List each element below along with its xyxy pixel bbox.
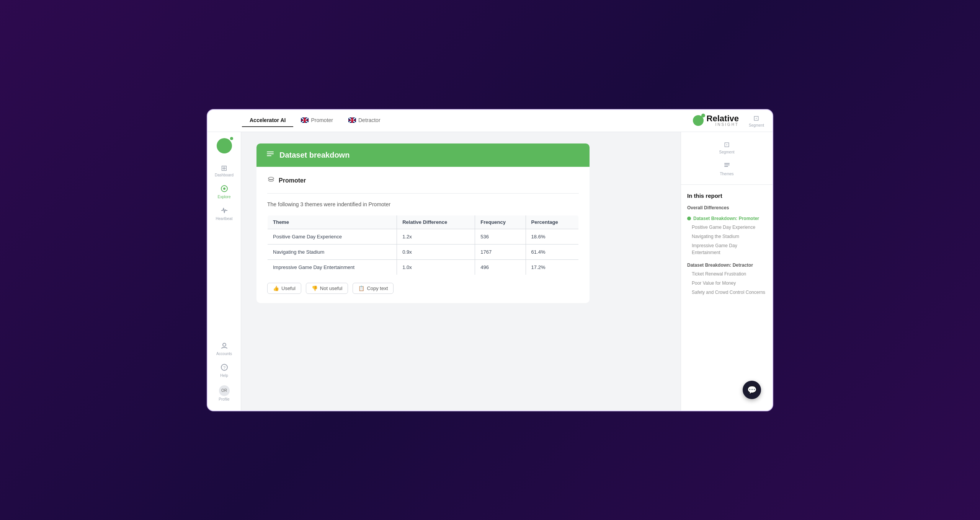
nav-sub-impressive[interactable]: Impressive Game Day Entertainment <box>687 241 766 257</box>
right-nav-content: In this report Overall Differences Datas… <box>681 185 773 411</box>
tab-promoter[interactable]: Promoter <box>293 114 341 127</box>
cell-reldiff-0: 1.2x <box>397 229 475 244</box>
profile-avatar: OR <box>219 385 230 396</box>
sidebar-item-help[interactable]: ? Help <box>211 360 238 381</box>
cell-theme-0: Positive Game Day Experience <box>268 229 397 244</box>
svg-rect-7 <box>267 155 271 156</box>
dataset-header-icon <box>266 150 275 161</box>
tab-accelerator-ai-label: Accelerator AI <box>250 117 286 123</box>
sidebar-item-dashboard[interactable]: ⊞ Dashboard <box>211 161 238 180</box>
nav-sub-navigating[interactable]: Navigating the Stadium <box>687 232 766 241</box>
chat-fab-button[interactable]: 💬 <box>743 381 761 399</box>
sidebar-item-profile[interactable]: OR Profile <box>211 382 238 404</box>
sidebar-item-accounts[interactable]: Accounts <box>211 339 238 359</box>
top-bar: Accelerator AI Promoter Detractor Relati… <box>207 110 773 132</box>
segment-right-button[interactable]: ⊡ Segment <box>715 138 738 156</box>
section-title: Promoter <box>267 176 579 186</box>
cell-pct-2: 17.2% <box>526 259 578 275</box>
nav-breakdown-detractor[interactable]: Dataset Breakdown: Detractor <box>687 262 766 268</box>
nav-sub-ticket-renewal[interactable]: Ticket Renewal Frustration <box>687 269 766 279</box>
divider <box>267 193 579 194</box>
detractor-flag-icon <box>348 117 356 123</box>
col-percentage: Percentage <box>526 215 578 229</box>
cell-pct-1: 61.4% <box>526 244 578 259</box>
cell-freq-2: 496 <box>475 259 526 275</box>
svg-rect-10 <box>724 165 730 165</box>
themes-right-label: Themes <box>720 172 733 176</box>
segment-right-label: Segment <box>719 150 734 154</box>
tab-promoter-label: Promoter <box>311 117 333 123</box>
right-sidebar: ⊡ Segment Themes In this report Overall … <box>681 132 773 411</box>
logo-icon <box>693 115 704 126</box>
sidebar-item-explore-label: Explore <box>218 195 231 199</box>
dataset-body: Promoter The following 3 themes were ind… <box>256 167 590 303</box>
segment-right-icon: ⊡ <box>724 140 730 149</box>
table-row: Positive Game Day Experience 1.2x 536 18… <box>268 229 579 244</box>
chat-fab-icon: 💬 <box>747 385 757 394</box>
heartbeat-icon <box>220 207 228 215</box>
useful-button[interactable]: 👍 Useful <box>267 283 301 294</box>
dataset-breakdown-card: Dataset breakdown Promoter The following… <box>256 143 590 303</box>
cell-freq-0: 536 <box>475 229 526 244</box>
copy-icon: 📋 <box>358 285 364 291</box>
logo-subtitle: INSIGHT <box>707 123 739 127</box>
nav-breakdown-promoter-label: Dataset Breakdown: Promoter <box>693 216 759 221</box>
sidebar-item-help-label: Help <box>220 373 228 378</box>
svg-rect-11 <box>724 166 728 167</box>
nav-sub-positive-game[interactable]: Positive Game Day Experience <box>687 223 766 232</box>
sidebar-logo <box>217 138 232 153</box>
logo-area: Relative INSIGHT <box>693 114 739 127</box>
cell-theme-1: Navigating the Stadium <box>268 244 397 259</box>
themes-right-icon <box>724 162 730 171</box>
copy-text-button[interactable]: 📋 Copy text <box>353 283 394 294</box>
col-relative-diff: Relative Difference <box>397 215 475 229</box>
not-useful-label: Not useful <box>320 285 343 291</box>
svg-point-2 <box>223 343 226 346</box>
dataset-header-title: Dataset breakdown <box>279 151 350 160</box>
tab-accelerator-ai[interactable]: Accelerator AI <box>242 114 293 127</box>
dataset-header: Dataset breakdown <box>256 143 590 167</box>
segment-button[interactable]: ⊡ Segment <box>746 112 766 130</box>
nav-breakdown-promoter[interactable]: Dataset Breakdown: Promoter <box>687 216 766 221</box>
copy-label: Copy text <box>367 285 388 291</box>
svg-text:?: ? <box>223 365 225 370</box>
themes-right-button[interactable]: Themes <box>715 160 738 178</box>
sidebar: ⊞ Dashboard Explore Heartbeat <box>207 132 241 411</box>
sidebar-item-heartbeat[interactable]: Heartbeat <box>211 204 238 224</box>
thumbs-down-icon: 👎 <box>312 285 318 291</box>
db-icon <box>267 176 275 186</box>
accounts-icon <box>220 342 228 350</box>
right-sidebar-icons: ⊡ Segment Themes <box>681 132 773 185</box>
help-icon: ? <box>220 364 228 372</box>
cell-theme-2: Impressive Game Day Entertainment <box>268 259 397 275</box>
tab-detractor[interactable]: Detractor <box>341 114 388 127</box>
promoter-flag-icon <box>301 117 309 123</box>
segment-label: Segment <box>749 123 764 127</box>
svg-point-1 <box>223 187 225 190</box>
col-theme: Theme <box>268 215 397 229</box>
svg-rect-6 <box>267 153 274 154</box>
useful-label: Useful <box>281 285 296 291</box>
top-nav-tabs: Accelerator AI Promoter Detractor <box>242 114 693 127</box>
nav-sub-safety[interactable]: Safety and Crowd Control Concerns <box>687 288 766 297</box>
nav-sub-poor-value[interactable]: Poor Value for Money <box>687 279 766 288</box>
sidebar-item-dashboard-label: Dashboard <box>215 173 234 177</box>
sidebar-item-explore[interactable]: Explore <box>211 182 238 202</box>
section-title-text: Promoter <box>279 177 306 184</box>
nav-overall-label: Overall Differences <box>687 205 729 210</box>
table-row: Impressive Game Day Entertainment 1.0x 4… <box>268 259 579 275</box>
sidebar-item-heartbeat-label: Heartbeat <box>216 217 233 221</box>
nav-overall-differences[interactable]: Overall Differences <box>687 205 766 210</box>
active-dot <box>687 217 691 220</box>
description-text: The following 3 themes were indentified … <box>267 201 579 207</box>
tab-detractor-label: Detractor <box>358 117 381 123</box>
svg-rect-5 <box>267 152 274 152</box>
nav-breakdown-detractor-label: Dataset Breakdown: Detractor <box>687 262 753 268</box>
cell-reldiff-2: 1.0x <box>397 259 475 275</box>
main-layout: ⊞ Dashboard Explore Heartbeat <box>207 132 773 411</box>
explore-icon <box>220 185 228 194</box>
not-useful-button[interactable]: 👎 Not useful <box>306 283 348 294</box>
cell-freq-1: 1767 <box>475 244 526 259</box>
content-area: Dataset breakdown Promoter The following… <box>241 132 681 411</box>
feedback-row: 👍 Useful 👎 Not useful 📋 Copy text <box>267 283 579 294</box>
